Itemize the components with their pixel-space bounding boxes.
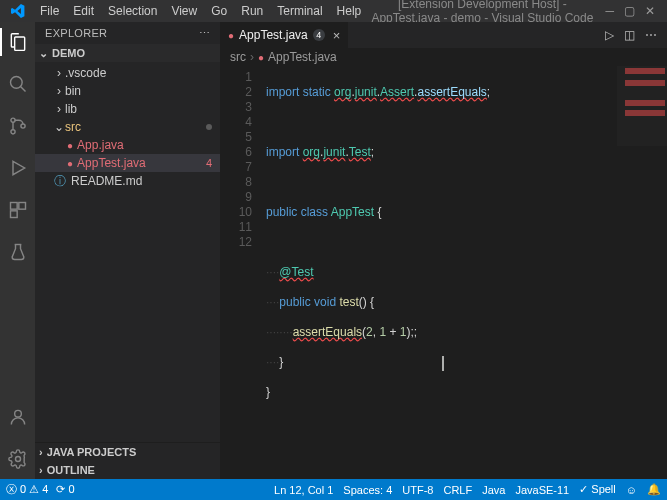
- status-jdk[interactable]: JavaSE-11: [515, 484, 569, 496]
- tree-folder-lib[interactable]: › lib: [35, 100, 220, 118]
- chevron-down-icon: ⌄: [39, 47, 48, 60]
- status-language[interactable]: Java: [482, 484, 505, 496]
- menu-go[interactable]: Go: [205, 2, 233, 20]
- chevron-right-icon: ›: [53, 84, 65, 98]
- chevron-right-icon: ›: [53, 102, 65, 116]
- broadcast-icon: ⟳: [56, 483, 65, 495]
- file-tree: › .vscode › bin › lib ⌄ src ● App.java ●: [35, 62, 220, 442]
- window-close-icon[interactable]: ✕: [645, 4, 655, 18]
- vscode-logo-icon: [10, 3, 26, 19]
- warning-icon: ⚠: [29, 483, 39, 495]
- sidebar-panel-outline[interactable]: › OUTLINE: [35, 461, 220, 479]
- svg-rect-8: [10, 211, 17, 218]
- tree-folder-bin[interactable]: › bin: [35, 82, 220, 100]
- status-ports[interactable]: ⟳ 0: [56, 483, 74, 496]
- window-minimize-icon[interactable]: ─: [605, 4, 614, 18]
- breadcrumb-item[interactable]: AppTest.java: [268, 50, 337, 64]
- java-file-icon: ●: [67, 140, 73, 151]
- tree-file-app[interactable]: ● App.java: [35, 136, 220, 154]
- menubar: File Edit Selection View Go Run Terminal…: [0, 0, 667, 22]
- status-cursor[interactable]: Ln 12, Col 1: [274, 484, 333, 496]
- svg-line-1: [20, 87, 25, 92]
- svg-rect-7: [18, 203, 25, 210]
- tab-apptest[interactable]: ● AppTest.java 4 ×: [220, 22, 349, 48]
- activity-extensions-icon[interactable]: [6, 198, 30, 222]
- problem-badge: 4: [206, 157, 212, 169]
- error-icon: ⓧ: [6, 483, 17, 495]
- menu-view[interactable]: View: [165, 2, 203, 20]
- java-file-icon: ●: [67, 158, 73, 169]
- tree-folder-vscode[interactable]: › .vscode: [35, 64, 220, 82]
- svg-point-2: [10, 118, 14, 122]
- status-spell[interactable]: ✓ Spell: [579, 483, 616, 496]
- sidebar-title: EXPLORER: [45, 27, 107, 39]
- chevron-right-icon: ›: [53, 66, 65, 80]
- svg-marker-5: [13, 161, 25, 174]
- menu-file[interactable]: File: [34, 2, 65, 20]
- sidebar: EXPLORER ⋯ ⌄ DEMO › .vscode › bin › lib …: [35, 22, 220, 479]
- code-editor[interactable]: 123 456 789 101112 import static org.jun…: [220, 66, 667, 479]
- text-cursor: [442, 356, 444, 371]
- activity-explorer-icon[interactable]: [6, 30, 30, 54]
- chevron-right-icon: ›: [250, 50, 254, 64]
- chevron-down-icon: ⌄: [53, 120, 65, 134]
- menu-run[interactable]: Run: [235, 2, 269, 20]
- editor: ● AppTest.java 4 × ▷ ◫ ⋯ src › ● AppTest…: [220, 22, 667, 479]
- activity-testing-icon[interactable]: [6, 240, 30, 264]
- svg-point-3: [10, 130, 14, 134]
- menu-terminal[interactable]: Terminal: [271, 2, 328, 20]
- activity-account-icon[interactable]: [6, 405, 30, 429]
- status-bell-icon[interactable]: 🔔: [647, 483, 661, 496]
- tab-problem-badge: 4: [313, 29, 325, 41]
- tree-file-apptest[interactable]: ● AppTest.java 4: [35, 154, 220, 172]
- split-editor-icon[interactable]: ◫: [624, 28, 635, 42]
- breadcrumb-item[interactable]: src: [230, 50, 246, 64]
- code-content[interactable]: import static org.junit.Assert.assertEqu…: [262, 66, 667, 479]
- line-gutter: 123 456 789 101112: [220, 66, 262, 479]
- svg-point-11: [15, 457, 20, 462]
- status-encoding[interactable]: UTF-8: [402, 484, 433, 496]
- chevron-right-icon: ›: [39, 464, 43, 476]
- activity-scm-icon[interactable]: [6, 114, 30, 138]
- more-icon[interactable]: ⋯: [645, 28, 657, 42]
- chevron-right-icon: ›: [39, 446, 43, 458]
- menu-edit[interactable]: Edit: [67, 2, 100, 20]
- minimap[interactable]: [617, 66, 667, 146]
- java-file-icon: ●: [258, 52, 264, 63]
- activity-debug-icon[interactable]: [6, 156, 30, 180]
- menu-selection[interactable]: Selection: [102, 2, 163, 20]
- info-file-icon: ⓘ: [53, 173, 67, 190]
- sidebar-more-icon[interactable]: ⋯: [199, 27, 210, 40]
- activity-search-icon[interactable]: [6, 72, 30, 96]
- run-icon[interactable]: ▷: [605, 28, 614, 42]
- status-eol[interactable]: CRLF: [443, 484, 472, 496]
- activity-bar: [0, 22, 35, 479]
- activity-settings-icon[interactable]: [6, 447, 30, 471]
- svg-point-10: [14, 410, 21, 417]
- java-file-icon: ●: [228, 30, 234, 41]
- breadcrumb[interactable]: src › ● AppTest.java: [220, 48, 667, 66]
- svg-rect-6: [10, 203, 17, 210]
- close-icon[interactable]: ×: [333, 28, 341, 43]
- statusbar: ⓧ 0 ⚠ 4 ⟳ 0 Ln 12, Col 1 Spaces: 4 UTF-8…: [0, 479, 667, 500]
- menu-help[interactable]: Help: [331, 2, 368, 20]
- folder-name: DEMO: [52, 47, 85, 59]
- svg-point-4: [20, 124, 24, 128]
- status-indent[interactable]: Spaces: 4: [343, 484, 392, 496]
- tree-file-readme[interactable]: ⓘ README.md: [35, 172, 220, 190]
- sidebar-folder-header[interactable]: ⌄ DEMO: [35, 44, 220, 62]
- sidebar-panel-java[interactable]: › JAVA PROJECTS: [35, 443, 220, 461]
- editor-tabs: ● AppTest.java 4 × ▷ ◫ ⋯: [220, 22, 667, 48]
- tree-folder-src[interactable]: ⌄ src: [35, 118, 220, 136]
- window-maximize-icon[interactable]: ▢: [624, 4, 635, 18]
- tab-label: AppTest.java: [239, 28, 308, 42]
- status-feedback-icon[interactable]: ☺: [626, 484, 637, 496]
- status-problems[interactable]: ⓧ 0 ⚠ 4: [6, 482, 48, 497]
- modified-dot-icon: [206, 124, 212, 130]
- svg-point-0: [10, 77, 22, 89]
